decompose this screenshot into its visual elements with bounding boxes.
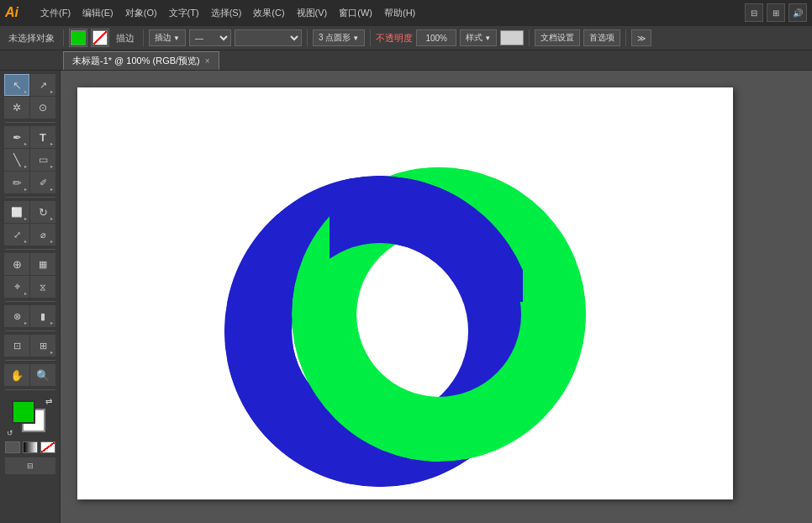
- rotate-arrow: ▸: [50, 215, 53, 221]
- opacity-label: 不透明度: [376, 32, 413, 45]
- text-icon: T: [40, 131, 46, 144]
- no-selection-label: 未选择对象: [5, 32, 58, 45]
- magic-wand-tool[interactable]: ✲: [4, 97, 29, 119]
- tool-sep-7: [5, 389, 55, 390]
- tool-row-select: ↖ ▸ ↗ ▸: [4, 74, 55, 96]
- prefs-label: 首选项: [589, 32, 614, 44]
- tool-mode-label: 插边: [155, 32, 171, 44]
- no-color-btn[interactable]: [40, 441, 55, 453]
- lasso-tool[interactable]: ⊙: [30, 97, 55, 119]
- screen-mode-btn[interactable]: ⊟: [5, 457, 55, 474]
- scale-tool[interactable]: ⤢ ▸: [4, 224, 29, 246]
- document-tab[interactable]: 未标题-1* @ 100% (RGB/预览) ×: [63, 51, 219, 70]
- main-area: ↖ ▸ ↗ ▸ ✲ ⊙ ✒ ▸ T ▸: [0, 71, 812, 523]
- warp-tool[interactable]: ⌀ ▸: [30, 224, 55, 246]
- options-btn[interactable]: ≫: [631, 29, 651, 46]
- select-icon: ↖: [13, 79, 22, 92]
- tab-close-btn[interactable]: ×: [205, 56, 210, 66]
- scale-arrow: ▸: [24, 238, 27, 244]
- direct-arrow: ▸: [50, 88, 53, 94]
- eraser-tool[interactable]: ⬜ ▸: [4, 201, 29, 223]
- width-select[interactable]: —: [189, 29, 231, 46]
- zoom-tool[interactable]: 🔍: [30, 364, 55, 386]
- menu-text[interactable]: 文字(T): [164, 5, 204, 21]
- sound-icon[interactable]: 🔊: [788, 3, 807, 22]
- select-tool[interactable]: ↖ ▸: [4, 74, 29, 96]
- canvas-area[interactable]: [61, 71, 812, 523]
- stroke-wrap[interactable]: [91, 29, 109, 47]
- fill-color-wrap[interactable]: [69, 29, 87, 47]
- arrange-icon[interactable]: ⊟: [745, 3, 763, 22]
- slice-tool[interactable]: ⊞ ▸: [30, 335, 55, 357]
- menu-file[interactable]: 文件(F): [35, 5, 76, 21]
- graph-icon: ▮: [40, 311, 45, 322]
- solid-color-btn[interactable]: [5, 441, 20, 453]
- blend-icon: ⧖: [40, 282, 46, 293]
- select-arrow: ▸: [24, 88, 27, 94]
- style-btn[interactable]: 样式 ▼: [460, 29, 497, 46]
- paintbrush-tool[interactable]: ✏ ▸: [4, 172, 29, 193]
- rotate-icon: ↻: [39, 206, 48, 219]
- menu-view[interactable]: 视图(V): [292, 5, 333, 21]
- toolbar-sep-6: [625, 29, 626, 46]
- toolbar-sep-4: [370, 29, 371, 46]
- swap-colors-icon[interactable]: ⇄: [45, 397, 52, 406]
- point-shape-btn[interactable]: 3 点圆形 ▼: [313, 29, 365, 46]
- screen-mode-area: ⊟: [5, 457, 55, 474]
- tab-bar: 未标题-1* @ 100% (RGB/预览) ×: [0, 50, 812, 71]
- tool-sep-2: [5, 197, 55, 198]
- blend-tool[interactable]: ⧖: [30, 276, 55, 298]
- pen-tool[interactable]: ✒ ▸: [4, 126, 29, 148]
- direct-select-icon: ↗: [40, 80, 47, 91]
- tool-row-artboard: ⊡ ⊞ ▸: [4, 335, 55, 357]
- gradient-tool[interactable]: ▦: [30, 253, 55, 275]
- tool-row-line: ╲ ▸ ▭ ▸: [4, 149, 55, 171]
- line-icon: ╲: [13, 153, 20, 166]
- tool-row-wand: ✲ ⊙: [4, 97, 55, 119]
- text-tool[interactable]: T ▸: [30, 126, 55, 148]
- symbol-spray-tool[interactable]: ⊗ ▸: [4, 305, 29, 327]
- menu-edit[interactable]: 编辑(E): [77, 5, 119, 21]
- eyedropper-tool[interactable]: ⌖ ▸: [4, 276, 29, 298]
- menu-help[interactable]: 帮助(H): [379, 5, 420, 21]
- magic-wand-icon: ✲: [13, 102, 21, 114]
- eraser-arrow: ▸: [24, 215, 27, 221]
- pencil-tool[interactable]: ✐ ▸: [30, 172, 55, 193]
- graph-tool[interactable]: ▮ ▸: [30, 305, 55, 327]
- doc-settings-btn[interactable]: 文档设置: [535, 29, 580, 46]
- menu-select[interactable]: 选择(S): [206, 5, 247, 21]
- artboard-tool[interactable]: ⊡: [4, 335, 29, 357]
- hand-icon: ✋: [10, 369, 24, 382]
- hand-tool[interactable]: ✋: [4, 364, 29, 386]
- zoom-icon: 🔍: [36, 369, 50, 382]
- fill-color-swatch[interactable]: [71, 30, 86, 45]
- stroke-none-icon[interactable]: [92, 30, 108, 45]
- pen-arrow: ▸: [24, 140, 27, 146]
- artboard-icon: ⊡: [13, 341, 21, 351]
- tool-row-eraser: ⬜ ▸ ↻ ▸: [4, 201, 55, 223]
- style-color-swatch[interactable]: [500, 30, 524, 45]
- title-bar: Ai 文件(F) 编辑(E) 对象(O) 文字(T) 选择(S) 效果(C) 视…: [0, 0, 812, 25]
- layout-icon[interactable]: ⊞: [767, 3, 785, 22]
- artboard: [77, 87, 733, 499]
- menu-effect[interactable]: 效果(C): [248, 5, 289, 21]
- menu-window[interactable]: 窗口(W): [334, 5, 377, 21]
- style-select[interactable]: [235, 29, 302, 46]
- prefs-btn[interactable]: 首选项: [583, 29, 620, 46]
- tab-title: 未标题-1* @ 100% (RGB/预览): [72, 55, 200, 67]
- rotate-tool[interactable]: ↻ ▸: [30, 201, 55, 223]
- style-label: 样式: [466, 32, 482, 44]
- opacity-input[interactable]: [416, 29, 456, 46]
- line-tool[interactable]: ╲ ▸: [4, 149, 29, 171]
- tool-mode-btn[interactable]: 插边 ▼: [149, 29, 186, 46]
- rect-tool[interactable]: ▭ ▸: [30, 149, 55, 171]
- rect-arrow: ▸: [50, 163, 53, 169]
- gradient-color-btn[interactable]: [23, 441, 38, 453]
- reset-colors-icon[interactable]: ↺: [7, 429, 13, 437]
- menu-object[interactable]: 对象(O): [120, 5, 162, 21]
- lasso-icon: ⊙: [39, 102, 47, 114]
- foreground-color-swatch[interactable]: [12, 400, 35, 424]
- tool-row-scale: ⤢ ▸ ⌀ ▸: [4, 224, 55, 246]
- shape-builder-tool[interactable]: ⊕: [4, 253, 29, 275]
- direct-select-tool[interactable]: ↗ ▸: [30, 74, 55, 96]
